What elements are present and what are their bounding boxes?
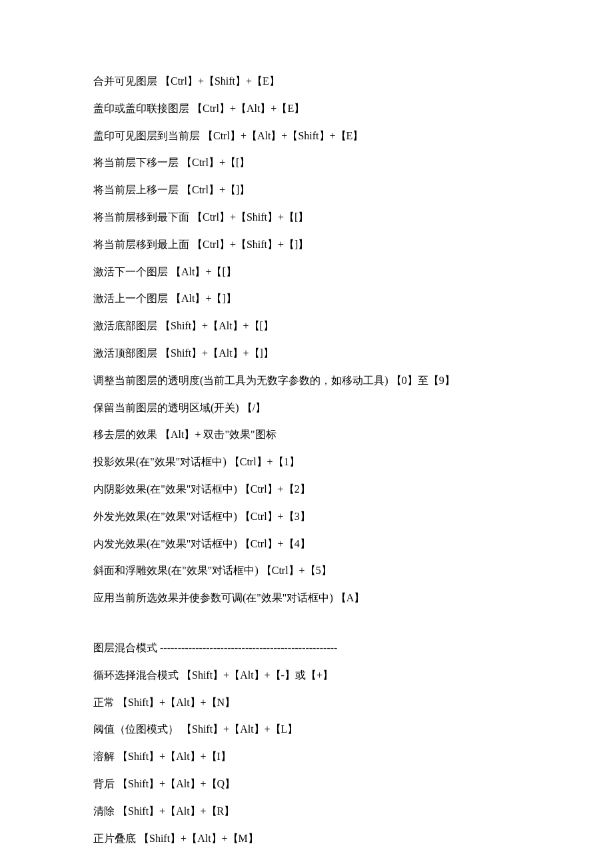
lines_block1-line: 激活底部图层 【Shift】+【Alt】+【[】 — [93, 318, 520, 335]
lines_block2-line: 清除 【Shift】+【Alt】+【R】 — [93, 803, 520, 820]
shortcut-block-layers: 合并可见图层 【Ctrl】+【Shift】+【E】盖印或盖印联接图层 【Ctrl… — [93, 73, 520, 607]
lines_block1-line: 将当前层移到最上面 【Ctrl】+【Shift】+【]】 — [93, 237, 520, 253]
lines_block1-line: 保留当前图层的透明区域(开关) 【/】 — [93, 400, 520, 417]
lines_block1-line: 激活上一个图层 【Alt】+【]】 — [93, 291, 520, 307]
lines_block2-line: 正常 【Shift】+【Alt】+【N】 — [93, 695, 520, 711]
lines_block1-line: 内发光效果(在"效果"对话框中) 【Ctrl】+【4】 — [93, 536, 520, 553]
lines_block1-line: 调整当前图层的透明度(当前工具为无数字参数的，如移动工具) 【0】至【9】 — [93, 373, 520, 389]
lines_block2-line: 图层混合模式 ---------------------------------… — [93, 640, 520, 657]
lines_block2-line: 阈值（位图模式） 【Shift】+【Alt】+【L】 — [93, 721, 520, 738]
lines_block1-line: 移去层的效果 【Alt】+ 双击"效果"图标 — [93, 427, 520, 443]
lines_block1-line: 外发光效果(在"效果"对话框中) 【Ctrl】+【3】 — [93, 509, 520, 525]
lines_block2-line: 循环选择混合模式 【Shift】+【Alt】+【-】或【+】 — [93, 667, 520, 684]
lines_block1-line: 激活下一个图层 【Alt】+【[】 — [93, 264, 520, 281]
shortcut-block-blendmodes: 图层混合模式 ---------------------------------… — [93, 640, 520, 847]
lines_block1-line: 激活顶部图层 【Shift】+【Alt】+【]】 — [93, 345, 520, 362]
document-page: 合并可见图层 【Ctrl】+【Shift】+【E】盖印或盖印联接图层 【Ctrl… — [0, 0, 613, 868]
lines_block2-line: 正片叠底 【Shift】+【Alt】+【M】 — [93, 831, 520, 847]
lines_block1-line: 应用当前所选效果并使参数可调(在"效果"对话框中) 【A】 — [93, 590, 520, 607]
lines_block1-line: 将当前层上移一层 【Ctrl】+【]】 — [93, 182, 520, 199]
lines_block1-line: 合并可见图层 【Ctrl】+【Shift】+【E】 — [93, 73, 520, 90]
section-spacer — [93, 617, 520, 640]
lines_block1-line: 投影效果(在"效果"对话框中) 【Ctrl】+【1】 — [93, 454, 520, 471]
lines_block1-line: 斜面和浮雕效果(在"效果"对话框中) 【Ctrl】+【5】 — [93, 563, 520, 579]
lines_block2-line: 背后 【Shift】+【Alt】+【Q】 — [93, 776, 520, 793]
lines_block1-line: 盖印可见图层到当前层 【Ctrl】+【Alt】+【Shift】+【E】 — [93, 128, 520, 145]
lines_block1-line: 将当前层下移一层 【Ctrl】+【[】 — [93, 155, 520, 171]
lines_block2-line: 溶解 【Shift】+【Alt】+【I】 — [93, 749, 520, 765]
lines_block1-line: 盖印或盖印联接图层 【Ctrl】+【Alt】+【E】 — [93, 101, 520, 117]
lines_block1-line: 将当前层移到最下面 【Ctrl】+【Shift】+【[】 — [93, 209, 520, 226]
lines_block1-line: 内阴影效果(在"效果"对话框中) 【Ctrl】+【2】 — [93, 481, 520, 498]
